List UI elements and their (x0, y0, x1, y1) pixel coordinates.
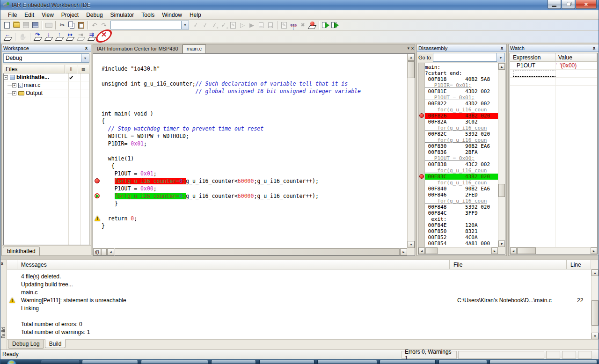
scroll-right-icon[interactable]: ► (491, 248, 498, 254)
toggle-breakpoint-icon[interactable] (307, 21, 317, 30)
message-row[interactable]: Total number of warnings: 1 (7, 328, 591, 336)
start-button-icon[interactable] (7, 360, 16, 364)
scroll-down-icon[interactable]: ▼ (408, 241, 415, 248)
overview-icon[interactable]: ▦ (77, 65, 89, 73)
open-file-icon[interactable] (12, 21, 21, 30)
disassembly-row[interactable]: 00F822 43D2 002 (425, 101, 498, 107)
breakpoint-icon[interactable] (95, 178, 100, 183)
watch-view[interactable]: Expression Value P1OUT' '(0x00) ◄ ► (510, 53, 598, 255)
disassembly-row[interactable]: P1OUT = 0x00; (425, 155, 498, 161)
taskbar-button[interactable] (259, 360, 314, 364)
output-tab-debug-log[interactable]: Debug Log (8, 340, 44, 349)
chevron-down-icon[interactable]: ▼ (181, 21, 189, 29)
menu-item-tools[interactable]: Tools (138, 11, 158, 19)
menu-item-view[interactable]: View (38, 11, 58, 19)
watch-empty-row[interactable] (510, 78, 597, 86)
disassembly-row[interactable]: 00F838 43C2 002 (425, 161, 498, 167)
windows-taskbar[interactable] (0, 359, 599, 364)
messages-vertical-scrollbar[interactable]: ▲ ▼ (591, 269, 599, 339)
scrollbar-thumb[interactable] (408, 61, 415, 78)
go-icon[interactable] (86, 32, 97, 42)
paste-icon[interactable] (76, 21, 86, 30)
disassembly-row[interactable]: 00F82C 5392 020 (425, 131, 498, 137)
watch-horizontal-scrollbar[interactable]: ◄ ► (510, 247, 597, 254)
menu-item-window[interactable]: Window (158, 11, 186, 19)
tree-item-main-c[interactable]: +cmain.c (4, 81, 89, 89)
disassembly-view[interactable]: main:?cstart_end: 00F818 40B2 5A8 P1DIR=… (418, 63, 505, 255)
taskbar-button[interactable] (141, 360, 208, 364)
disassembly-row[interactable]: 00F818 40B2 5A8 (425, 76, 498, 82)
disassembly-row[interactable]: for(g_u_i16_coun (425, 180, 498, 186)
code-line[interactable] (102, 95, 407, 102)
tree-item-output[interactable]: +Output (4, 89, 89, 97)
close-button[interactable]: ✕ (576, 0, 597, 9)
copy-icon[interactable] (67, 21, 76, 30)
disassembly-row[interactable]: for(g_u_i16_coun (425, 107, 498, 113)
collapse-icon[interactable]: − (4, 75, 8, 80)
code-line[interactable]: unsigned int g_u_i16_counter;// Such dec… (102, 80, 407, 87)
workspace-tab-blinkthatled[interactable]: blinkthatled (3, 247, 40, 255)
disassembly-row[interactable]: 00F850 8321 (425, 228, 498, 234)
disassembly-row[interactable]: __exit: (425, 216, 498, 222)
menu-item-file[interactable]: File (4, 11, 21, 19)
make-icon[interactable] (289, 21, 298, 30)
code-line[interactable]: } (102, 200, 407, 207)
disassembly-row[interactable]: 00F84E 120A (425, 222, 498, 228)
disassembly-row[interactable]: for(g_u_i16_coun (425, 137, 498, 143)
taskbar-button[interactable] (82, 360, 138, 364)
scrollbar-thumb[interactable] (592, 300, 599, 326)
disassembly-row[interactable]: 00F830 90B2 EA6 (425, 143, 498, 149)
cut-icon[interactable] (58, 21, 67, 30)
disassembly-row[interactable]: 00F846 2FED (425, 192, 498, 198)
disassembly-row[interactable]: 00F852 4C0A (425, 234, 498, 240)
scroll-left-icon[interactable]: ◄ (510, 248, 517, 254)
scrollbar-thumb[interactable] (425, 248, 438, 254)
scroll-up-icon[interactable]: ▲ (498, 63, 505, 70)
scroll-down-icon[interactable]: ▼ (498, 240, 505, 247)
output-tab-build[interactable]: Build (45, 339, 66, 348)
code-line[interactable]: #include "io430.h" (102, 65, 407, 73)
code-line[interactable] (102, 147, 407, 155)
scrollbar-thumb[interactable] (498, 184, 505, 197)
code-line[interactable]: } (102, 222, 407, 230)
reset-icon[interactable] (2, 32, 13, 42)
restore-button[interactable] (562, 0, 575, 9)
message-row[interactable]: main.c (7, 288, 591, 296)
code-line[interactable]: { (102, 162, 407, 170)
tab-iar-information-center[interactable]: IAR Information Center for MSP430 (93, 45, 183, 53)
disassembly-row[interactable]: 00F854 4A81 000 (425, 240, 498, 247)
expand-icon[interactable]: + (12, 83, 16, 87)
watch-column-expression[interactable]: Expression (510, 53, 555, 62)
code-line[interactable]: // global unsigned 16 bit unsigned integ… (102, 87, 407, 95)
taskbar-button[interactable] (489, 360, 597, 364)
code-line[interactable]: while(1) (102, 155, 407, 162)
message-row[interactable]: Warning[Pe111]: statement is unreachable… (7, 296, 591, 304)
scroll-up-icon[interactable]: ▲ (592, 269, 599, 276)
code-line[interactable]: P1OUT = 0x01; (102, 170, 407, 177)
menu-item-help[interactable]: Help (186, 11, 205, 19)
disassembly-row[interactable]: P1OUT = 0x01; (425, 95, 498, 101)
menu-item-project[interactable]: Project (58, 11, 82, 19)
code-line[interactable] (102, 102, 407, 110)
code-line[interactable]: P1DIR= 0x01; (102, 140, 407, 147)
disassembly-listing[interactable]: main:?cstart_end: 00F818 40B2 5A8 P1DIR=… (425, 63, 498, 247)
message-row[interactable]: Updating build tree... (7, 280, 591, 288)
watch-column-value[interactable]: Value (555, 53, 597, 62)
scrollbar-thumb[interactable] (517, 248, 536, 254)
tree-item-blinkthatle---[interactable]: −blinkthatle... (4, 73, 89, 81)
find-combobox[interactable]: ▼ (110, 21, 189, 29)
watch-new-entry-cell[interactable] (513, 71, 556, 77)
disassembly-horizontal-scrollbar[interactable]: ◄ ► (418, 247, 498, 254)
taskbar-button[interactable] (380, 360, 436, 364)
sort-icon[interactable]: ⁞⁞ (65, 65, 77, 73)
minimize-button[interactable] (548, 0, 561, 9)
disassembly-row[interactable]: 00F840 90B2 EA6 (425, 186, 498, 192)
disassembly-row[interactable]: ?cstart_end: (425, 70, 498, 76)
menu-item-simulator[interactable]: Simulator (107, 11, 138, 19)
file-column-header[interactable]: File (450, 260, 567, 269)
menu-item-edit[interactable]: Edit (21, 11, 38, 19)
tab-main-c[interactable]: main.c (183, 44, 206, 53)
close-icon[interactable]: x (411, 46, 414, 51)
configuration-dropdown[interactable]: Debug ▼ (3, 53, 89, 63)
code-line[interactable]: int main( void ) (102, 110, 407, 117)
